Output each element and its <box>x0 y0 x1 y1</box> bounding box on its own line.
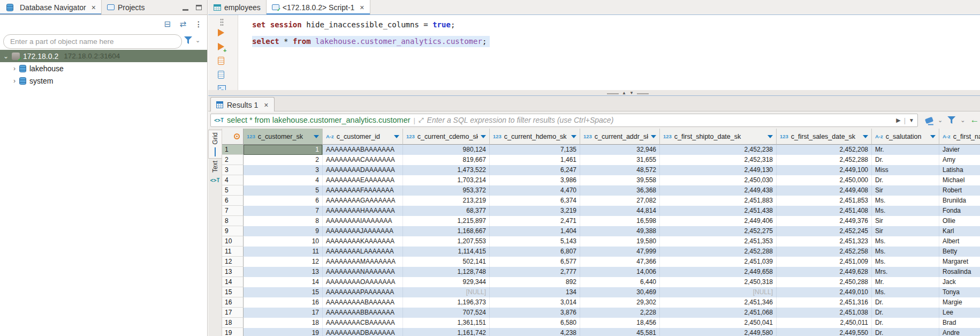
grid-cell[interactable]: AAAAAAAAIAAAAAAA <box>323 216 403 226</box>
grid-cell[interactable]: 2,450,030 <box>660 175 777 185</box>
row-number-cell[interactable]: 4 <box>222 175 244 185</box>
grid-header-cell-c_current_cdemo_sk[interactable]: 123c_current_cdemo_sk <box>403 129 490 145</box>
grid-cell[interactable]: 2,450,041 <box>660 318 777 328</box>
grid-cell[interactable]: Dr. <box>872 155 939 165</box>
grid-cell[interactable]: 29,302 <box>580 297 660 308</box>
row-number-cell[interactable]: 14 <box>222 277 244 287</box>
grid-cell[interactable]: AAAAAAAACAAAAAAA <box>323 155 403 165</box>
grid-cell[interactable]: 2,452,288 <box>660 247 777 257</box>
grid-cell[interactable]: 2,452,288 <box>777 155 872 165</box>
grid-cell[interactable]: 929,344 <box>403 277 490 287</box>
grid-cell[interactable]: Ms. <box>872 196 939 206</box>
filter-settings-icon[interactable]: ✓ <box>184 36 192 44</box>
grid-cell[interactable]: Ms. <box>872 236 939 247</box>
grid-cell[interactable]: 4,470 <box>490 185 580 196</box>
chevron-down-icon[interactable]: ⌄ <box>195 37 200 44</box>
row-number-cell[interactable]: 18 <box>222 318 244 328</box>
grid-cell[interactable]: 10 <box>244 236 323 247</box>
sort-dropdown-icon[interactable] <box>651 135 656 138</box>
grid-cell[interactable]: Ollie <box>939 216 980 226</box>
grid-header-cell-c_first_sales_date_sk[interactable]: 123c_first_sales_date_sk <box>777 129 872 145</box>
grid-cell[interactable]: 2,452,238 <box>660 145 777 155</box>
row-number-cell[interactable]: 10 <box>222 236 244 247</box>
splitter-handle[interactable] <box>607 93 619 94</box>
grid-cell[interactable]: [NULL] <box>403 287 490 297</box>
grid-cell[interactable]: 6,580 <box>490 318 580 328</box>
grid-cell[interactable]: 5 <box>244 185 323 196</box>
grid-cell[interactable]: Javier <box>939 145 980 155</box>
grid-cell[interactable]: Albert <box>939 236 980 247</box>
grid-cell[interactable]: 3 <box>244 165 323 175</box>
grid-cell[interactable]: 2,449,438 <box>660 185 777 196</box>
grid-cell[interactable]: 3,876 <box>490 308 580 318</box>
grid-cell[interactable]: 15 <box>244 287 323 297</box>
maximize-view-icon[interactable] <box>196 5 202 10</box>
grid-cell[interactable]: 6 <box>244 196 323 206</box>
grid-cell[interactable]: 2,450,000 <box>777 175 872 185</box>
row-number-cell[interactable]: 1 <box>222 145 244 155</box>
expand-filter-icon[interactable]: ⤢ <box>419 116 424 124</box>
grid-cell[interactable]: 213,219 <box>403 196 490 206</box>
grid-cell[interactable]: 68,377 <box>403 206 490 216</box>
tree-item-connection[interactable]: ⌄ ✓ 172.18.0.2 172.18.0.2:31604 <box>0 50 207 62</box>
grid-cell[interactable]: 892 <box>490 277 580 287</box>
grid-cell[interactable]: 2,451,323 <box>777 236 872 247</box>
grid-cell[interactable]: 2,451,068 <box>660 308 777 318</box>
grid-cell[interactable]: 4 <box>244 175 323 185</box>
grid-cell[interactable]: Sir <box>872 185 939 196</box>
grid-cell[interactable]: 2,449,376 <box>777 216 872 226</box>
filter-expression-placeholder[interactable]: Enter a SQL expression to filter results… <box>427 116 893 124</box>
grid-cell[interactable]: 1 <box>244 145 323 155</box>
sort-dropdown-icon[interactable] <box>863 135 868 138</box>
presentation-tab-text[interactable]: Text <>T <box>208 159 222 186</box>
grid-cell[interactable]: 2,449,658 <box>660 267 777 277</box>
grid-cell[interactable]: 2,450,288 <box>777 277 872 287</box>
grid-cell[interactable]: Ms. <box>872 257 939 267</box>
presentation-tab-grid[interactable]: Grid <box>208 130 222 159</box>
grid-cell[interactable]: 2,452,275 <box>660 226 777 236</box>
chevron-down-icon[interactable]: ⌄ <box>960 117 965 124</box>
grid-cell[interactable]: 2,471 <box>490 216 580 226</box>
row-number-cell[interactable]: 13 <box>222 267 244 277</box>
grid-cell[interactable]: AAAAAAAAABAAAAAA <box>323 297 403 308</box>
grid-cell[interactable]: Rosalinda <box>939 267 980 277</box>
sort-dropdown-icon[interactable] <box>394 135 399 138</box>
row-number-cell[interactable]: 15 <box>222 287 244 297</box>
grid-cell[interactable]: 2,452,208 <box>777 145 872 155</box>
grid-cell[interactable]: 2,451,346 <box>660 297 777 308</box>
grid-cell[interactable]: 2,450,318 <box>660 277 777 287</box>
grid-cell[interactable]: 2,449,100 <box>777 165 872 175</box>
grid-cell[interactable]: 16,598 <box>580 216 660 226</box>
filters-menu-icon[interactable] <box>947 116 955 124</box>
tab-employees[interactable]: employees <box>208 0 266 14</box>
row-number-cell[interactable]: 8 <box>222 216 244 226</box>
grid-header-cell-c_first_shipto_date_sk[interactable]: 123c_first_shipto_date_sk <box>660 129 777 145</box>
grid-cell[interactable]: Karl <box>939 226 980 236</box>
sort-dropdown-icon[interactable] <box>930 135 936 138</box>
grid-cell[interactable]: 19,580 <box>580 236 660 247</box>
grid-cell[interactable]: 17 <box>244 308 323 318</box>
apply-filter-icon[interactable]: ▶ <box>896 117 900 124</box>
sql-statement-2[interactable]: select * from lakehouse.customer_analyti… <box>252 36 490 47</box>
grid-cell[interactable]: 2,777 <box>490 267 580 277</box>
object-filter-input[interactable] <box>10 38 175 46</box>
sort-dropdown-icon[interactable] <box>481 135 486 138</box>
editor-results-splitter[interactable]: ▲ ▼ <box>208 90 980 95</box>
tab-database-navigator[interactable]: Database Navigator × <box>0 0 102 14</box>
grid-cell[interactable]: 31,655 <box>580 155 660 165</box>
grid-cell[interactable]: Amy <box>939 155 980 165</box>
grid-cell[interactable]: AAAAAAAAPAAAAAAA <box>323 287 403 297</box>
row-number-cell[interactable]: 5 <box>222 185 244 196</box>
grid-cell[interactable]: Dr. <box>872 297 939 308</box>
grid-cell[interactable]: 2,451,039 <box>660 257 777 267</box>
grid-corner-cell[interactable] <box>222 129 244 145</box>
grid-cell[interactable]: 2,451,883 <box>660 196 777 206</box>
grid-cell[interactable]: 2,449,130 <box>660 165 777 175</box>
grid-cell[interactable]: 980,124 <box>403 145 490 155</box>
grid-cell[interactable]: 13 <box>244 267 323 277</box>
grid-cell[interactable]: 2,451,408 <box>777 206 872 216</box>
grid-cell[interactable]: Margie <box>939 297 980 308</box>
grid-cell[interactable]: Ms. <box>872 287 939 297</box>
grid-cell[interactable]: 47,999 <box>580 247 660 257</box>
grid-cell[interactable]: 19 <box>244 328 323 336</box>
